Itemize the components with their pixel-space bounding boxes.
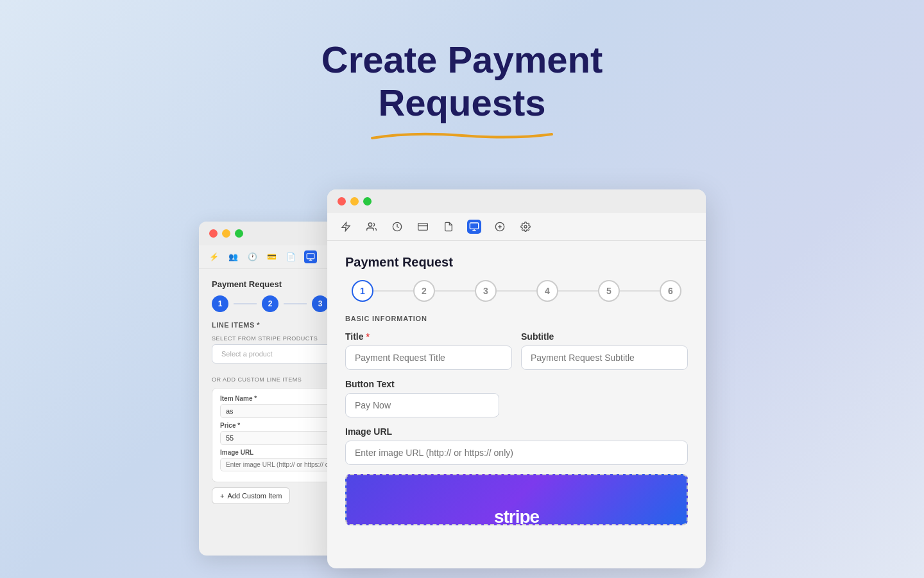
toolbar-card-icon[interactable]: 💳	[266, 251, 277, 263]
front-toolbar-settings-icon[interactable]	[518, 220, 533, 234]
svg-rect-0	[307, 254, 314, 259]
svg-rect-6	[418, 223, 428, 231]
toolbar-doc-icon[interactable]: 📄	[285, 251, 296, 263]
svg-point-14	[524, 225, 527, 228]
image-url-label: Image URL	[345, 426, 688, 437]
minimize-dot[interactable]	[222, 229, 230, 238]
front-step-6: 6	[660, 280, 681, 302]
front-toolbar-bolt-icon[interactable]	[339, 220, 353, 234]
button-text-input[interactable]	[345, 393, 499, 417]
front-window: Payment Request 1 2 3 4 5 6 BASIC INFORM…	[327, 189, 706, 568]
front-maximize-dot[interactable]	[363, 197, 372, 206]
front-window-toolbar	[327, 213, 706, 241]
toolbar-bolt-icon[interactable]: ⚡	[208, 251, 219, 263]
close-dot[interactable]	[209, 229, 218, 238]
title-label: Title *	[345, 331, 512, 342]
front-window-titlebar	[327, 189, 706, 213]
front-toolbar-clock-icon[interactable]	[390, 220, 404, 234]
front-toolbar-add-icon[interactable]	[493, 220, 507, 234]
stripe-preview-text: stripe	[494, 507, 539, 525]
front-toolbar-card-icon[interactable]	[416, 220, 430, 234]
front-steps: 1 2 3 4 5 6	[345, 280, 688, 302]
front-step-3: 3	[475, 280, 497, 302]
step-1: 1	[212, 295, 228, 312]
front-step-1: 1	[352, 280, 373, 302]
step-3: 3	[312, 295, 329, 312]
title-underline	[359, 129, 565, 141]
front-toolbar-doc-icon[interactable]	[441, 220, 456, 234]
front-toolbar-users-icon[interactable]	[364, 220, 379, 234]
subtitle-col: Subtitle	[521, 331, 688, 379]
basic-info-label: BASIC INFORMATION	[345, 315, 688, 322]
title-col: Title *	[345, 331, 512, 379]
step-line-2	[284, 303, 307, 304]
toolbar-clock-icon[interactable]: 🕐	[246, 251, 258, 263]
svg-marker-3	[342, 222, 350, 231]
svg-point-4	[368, 223, 372, 226]
front-payment-request-label: Payment Request	[345, 255, 688, 270]
front-minimize-dot[interactable]	[350, 197, 359, 206]
subtitle-label: Subtitle	[521, 331, 688, 342]
page-title: Create Payment Requests	[321, 39, 603, 124]
front-step-line-2	[435, 290, 475, 292]
svg-rect-8	[470, 223, 478, 229]
image-url-input[interactable]	[345, 441, 688, 465]
windows-area: ⚡ 👥 🕐 💳 📄 ⊕ ⚙ Payment Request 1 2	[199, 189, 725, 575]
image-preview: stripe	[345, 474, 688, 525]
front-step-5: 5	[598, 280, 620, 302]
subtitle-input[interactable]	[521, 346, 688, 370]
front-window-content: Payment Request 1 2 3 4 5 6 BASIC INFORM…	[327, 241, 706, 562]
front-step-line-5	[620, 290, 660, 292]
front-step-line-1	[373, 290, 413, 292]
maximize-dot[interactable]	[235, 229, 243, 238]
front-close-dot[interactable]	[338, 197, 346, 206]
toolbar-monitor-icon[interactable]	[304, 250, 317, 263]
front-step-2: 2	[413, 280, 435, 302]
front-step-4: 4	[536, 280, 558, 302]
step-2: 2	[262, 295, 278, 312]
toolbar-users-icon[interactable]: 👥	[227, 251, 239, 263]
front-toolbar-monitor-icon[interactable]	[467, 220, 481, 234]
add-item-label: Add Custom Item	[227, 492, 282, 500]
add-custom-item-button[interactable]: + Add Custom Item	[212, 487, 290, 504]
front-step-line-4	[558, 290, 598, 292]
front-step-line-3	[497, 290, 536, 292]
add-icon: +	[220, 492, 224, 500]
title-input[interactable]	[345, 346, 512, 370]
button-text-label: Button Text	[345, 379, 688, 389]
title-subtitle-row: Title * Subtitle	[345, 331, 688, 379]
step-line-1	[234, 303, 257, 304]
